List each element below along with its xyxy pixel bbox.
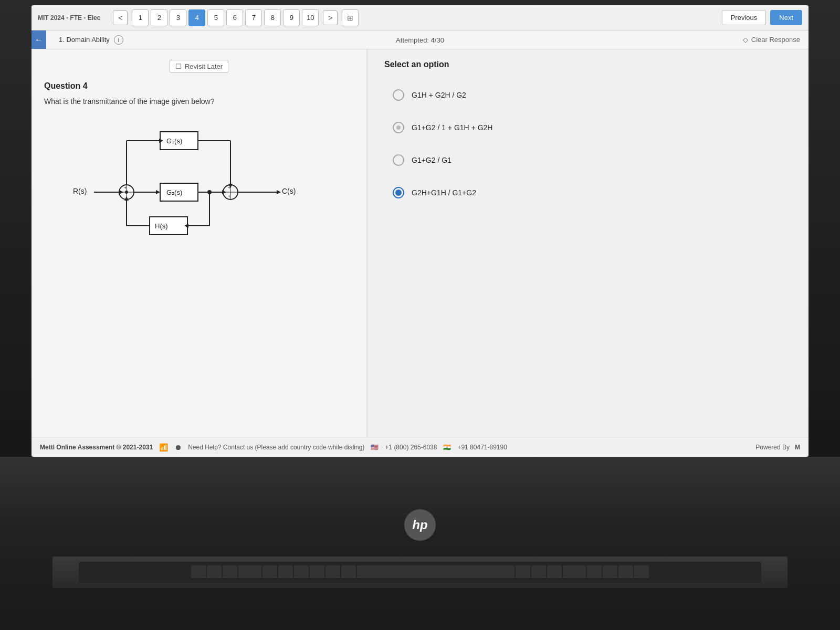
svg-marker-38 (124, 196, 129, 201)
option-b[interactable]: G1+G2 / 1 + G1H + G2H (384, 114, 792, 141)
svg-text:+: + (124, 185, 127, 191)
phone-in: +91 80471-89190 (457, 444, 507, 451)
q-num-6[interactable]: 6 (226, 9, 243, 26)
previous-button[interactable]: Previous (722, 10, 766, 25)
radio-c (393, 154, 404, 166)
key (563, 565, 586, 579)
key (294, 565, 309, 579)
domain-label: 1. Domain Ability (59, 36, 110, 44)
radio-b (393, 122, 404, 133)
nav-right-arrow[interactable]: > (323, 10, 338, 25)
revisit-bar: ☐ Revisit Later (44, 60, 354, 73)
option-c-text: G1+G2 / G1 (412, 156, 452, 164)
key (547, 565, 562, 579)
svg-marker-9 (156, 190, 160, 194)
svg-text:C(s): C(s) (282, 187, 296, 195)
wifi-icon: 📶 (159, 443, 168, 452)
option-b-text: G1+G2 / 1 + G1H + G2H (412, 123, 492, 132)
powered-by: Powered By M (755, 444, 800, 451)
keyboard-strip (79, 562, 761, 583)
clear-response-label: Clear Response (751, 36, 800, 44)
brand-name: M (795, 444, 800, 451)
help-text: Need Help? Contact us (Please add countr… (188, 444, 364, 451)
next-button[interactable]: Next (770, 10, 802, 25)
options-title: Select an option (384, 60, 792, 69)
q-num-2[interactable]: 2 (151, 9, 167, 26)
svg-text:G₁(s): G₁(s) (166, 137, 182, 145)
key (516, 565, 530, 579)
q-num-8[interactable]: 8 (264, 9, 281, 26)
option-a[interactable]: G1H + G2H / G2 (384, 82, 792, 108)
back-button[interactable]: ← (32, 30, 46, 49)
hp-logo: hp (404, 509, 436, 541)
q-num-9[interactable]: 9 (283, 9, 300, 26)
svg-text:+: + (228, 194, 230, 199)
svg-text:R(s): R(s) (73, 187, 87, 195)
key (310, 565, 324, 579)
q-num-5[interactable]: 5 (207, 9, 224, 26)
key (191, 565, 206, 579)
svg-marker-20 (277, 190, 281, 194)
powered-by-label: Powered By (755, 444, 790, 451)
laptop-frame: MIT 2024 - FTE - Elec < 1 2 3 4 5 6 7 8 … (0, 0, 840, 630)
nav-left-arrow[interactable]: < (113, 10, 128, 25)
laptop-bottom: hp (0, 457, 840, 630)
revisit-label: Revisit Later (185, 62, 223, 70)
q-num-1[interactable]: 1 (132, 9, 149, 26)
keyboard-area (52, 556, 788, 588)
q-num-7[interactable]: 7 (245, 9, 262, 26)
q-num-4[interactable]: 4 (188, 9, 205, 26)
key (262, 565, 277, 579)
screen: MIT 2024 - FTE - Elec < 1 2 3 4 5 6 7 8 … (32, 5, 808, 457)
key (223, 565, 237, 579)
question-title: Question 4 (44, 81, 354, 91)
top-navigation: MIT 2024 - FTE - Elec < 1 2 3 4 5 6 7 8 … (32, 5, 808, 30)
dot-icon: ⏺ (174, 443, 182, 452)
question-text: What is the transmittance of the image g… (44, 97, 354, 106)
revisit-later-button[interactable]: ☐ Revisit Later (170, 60, 228, 73)
phone-us: +1 (800) 265-6038 (385, 444, 437, 451)
second-toolbar: ← 1. Domain Ability i Attempted: 4/30 ◇ … (32, 30, 808, 49)
key (278, 565, 293, 579)
question-panel: ☐ Revisit Later Question 4 What is the t… (32, 49, 368, 437)
radio-d (393, 187, 404, 198)
svg-point-39 (125, 191, 128, 194)
option-d[interactable]: G2H+G1H / G1+G2 (384, 180, 792, 206)
flag-in: 🇮🇳 (443, 444, 451, 451)
block-diagram: R(s) + - (44, 116, 354, 253)
question-numbers: 1 2 3 4 5 6 7 8 9 10 (132, 9, 319, 26)
clear-response-button[interactable]: ◇ Clear Response (743, 36, 800, 44)
main-content: ☐ Revisit Later Question 4 What is the t… (32, 49, 808, 437)
space-key (357, 565, 514, 579)
option-d-text: G2H+G1H / G1+G2 (412, 188, 476, 197)
key (603, 565, 617, 579)
info-icon[interactable]: i (114, 35, 123, 45)
grid-view-button[interactable]: ⊞ (342, 9, 359, 26)
key (326, 565, 340, 579)
logo-area: MIT 2024 - FTE - Elec (38, 14, 100, 22)
radio-b-inner (396, 125, 401, 130)
q-num-3[interactable]: 3 (170, 9, 186, 26)
option-a-text: G1H + G2H / G2 (412, 91, 466, 99)
key (634, 565, 649, 579)
option-c[interactable]: G1+G2 / G1 (384, 147, 792, 173)
radio-d-inner (395, 190, 402, 196)
radio-a (393, 89, 404, 101)
logo-text: MIT 2024 - FTE - Elec (38, 14, 100, 22)
options-panel: Select an option G1H + G2H / G2 G1+G2 / … (368, 49, 808, 437)
footer: Mettl Online Assessment © 2021-2031 📶 ⏺ … (32, 437, 808, 457)
svg-text:H(s): H(s) (155, 222, 168, 230)
key (238, 565, 261, 579)
key (587, 565, 602, 579)
key (341, 565, 356, 579)
circuit-diagram-svg: R(s) + - (68, 116, 330, 253)
clear-response-icon: ◇ (743, 36, 748, 44)
flag-us: 🇺🇸 (371, 444, 379, 451)
bookmark-icon: ☐ (175, 62, 182, 70)
key (531, 565, 546, 579)
svg-text:G₂(s): G₂(s) (166, 188, 182, 196)
q-num-10[interactable]: 10 (302, 9, 319, 26)
key (207, 565, 222, 579)
key (618, 565, 633, 579)
footer-logo: Mettl Online Assessment © 2021-2031 (40, 444, 153, 451)
